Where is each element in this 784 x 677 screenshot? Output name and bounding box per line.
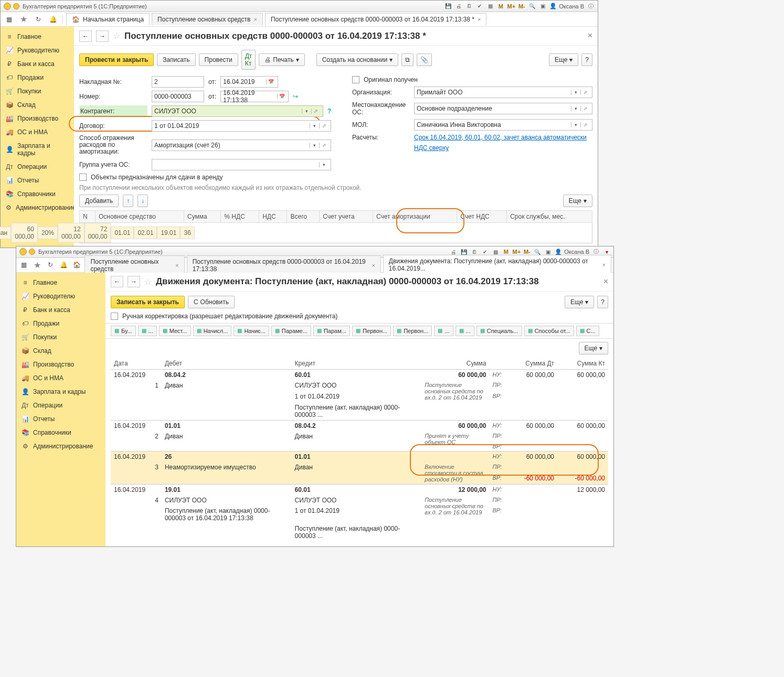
back-button[interactable]: ←: [111, 276, 123, 287]
more-button[interactable]: Еще ▾: [549, 53, 578, 66]
dropdown-icon[interactable]: [29, 249, 35, 255]
subtab[interactable]: ▦Специаль...: [476, 326, 522, 336]
inp-date2[interactable]: 16.04.2019 17:13:38📅: [220, 91, 289, 102]
close-icon[interactable]: ×: [253, 16, 257, 23]
nav-main[interactable]: ≡Главное: [16, 276, 105, 289]
inp-amort[interactable]: Амортизация (счет 26)▾⬀: [152, 139, 331, 151]
open-icon[interactable]: ⬀: [319, 143, 329, 148]
more-table-button[interactable]: Еще ▾: [563, 195, 592, 207]
tab-2[interactable]: Поступление основных средств 0000-000003…: [187, 255, 381, 275]
print-button[interactable]: 🖨 Печать ▾: [259, 53, 304, 66]
info-icon[interactable]: ⓘ: [587, 3, 595, 10]
close-icon[interactable]: ×: [175, 262, 178, 268]
zoom-icon[interactable]: 🔍: [534, 248, 541, 255]
subtab[interactable]: ▦...: [455, 326, 474, 336]
close-doc-icon[interactable]: ×: [603, 277, 608, 286]
open-icon[interactable]: ⬀: [580, 90, 590, 95]
subtab[interactable]: ▦Способы от...: [524, 326, 574, 336]
more-button[interactable]: Еще ▾: [565, 296, 594, 308]
subtab[interactable]: ▦Начис...: [234, 326, 269, 336]
calendar-icon[interactable]: 📅: [266, 79, 276, 84]
calendar-icon[interactable]: ▦: [486, 3, 494, 10]
inp-org[interactable]: Примлайт ООО▾⬀: [414, 87, 592, 98]
nav-ops[interactable]: ДтОперации: [16, 399, 105, 412]
subtab[interactable]: ▦Парам...: [313, 326, 350, 336]
help-button[interactable]: ?: [597, 296, 608, 308]
inp-date1[interactable]: 16.04.2019📅: [220, 76, 278, 88]
subtab[interactable]: ▦Начисл...: [193, 326, 232, 336]
nav-refs[interactable]: 📚Справочники: [16, 426, 105, 439]
mplus-icon[interactable]: M+: [513, 248, 520, 255]
nav-main[interactable]: ≡Главное: [1, 30, 74, 44]
inp-group[interactable]: ▾: [152, 159, 331, 170]
check-icon[interactable]: ✔: [481, 248, 489, 255]
nav-reports[interactable]: 📊Отчеты: [1, 174, 74, 187]
tab-1[interactable]: Поступление основных средств×: [84, 255, 184, 275]
mov-row[interactable]: 16.04.201908.04.260.0160 000,00НУ:60 000…: [111, 369, 608, 380]
tab-1[interactable]: Поступление основных средств×: [152, 13, 263, 25]
nav-purchases[interactable]: 🛒Покупки: [1, 84, 74, 98]
nav-os[interactable]: 🚚ОС и НМА: [16, 371, 105, 385]
subtab[interactable]: ▦Параме...: [271, 326, 311, 336]
m-icon[interactable]: M: [497, 3, 504, 10]
subtab[interactable]: ▦Первон...: [352, 326, 391, 336]
new-icon[interactable]: ↪: [293, 93, 298, 100]
create-based-button[interactable]: Создать на основании ▾: [316, 53, 399, 66]
mov-row[interactable]: 16.04.201919.0160.0112 000,00НУ:12 000,0…: [111, 484, 608, 495]
subtab[interactable]: ▦Первон...: [393, 326, 432, 336]
nav-stock[interactable]: 📦Склад: [1, 98, 74, 112]
grid-icon[interactable]: ▣: [544, 248, 552, 255]
nav-bank[interactable]: ₽Банк и касса: [1, 57, 74, 71]
mov-row[interactable]: 16.04.201901.0108.04.260 000,00НУ:60 000…: [111, 420, 608, 431]
hint-icon[interactable]: ?: [327, 108, 331, 115]
down-button[interactable]: ↓: [137, 195, 148, 207]
user-label[interactable]: 👤 Оксана В: [549, 3, 584, 9]
chk-orig[interactable]: [352, 76, 359, 83]
history-icon[interactable]: ↻: [45, 259, 56, 271]
chk-manual[interactable]: [111, 313, 118, 320]
inp-loc[interactable]: Основное подразделение▾⬀: [414, 103, 592, 114]
help-button[interactable]: ?: [581, 53, 592, 66]
add-button[interactable]: Добавить: [79, 195, 119, 207]
more-grid-button[interactable]: Еще ▾: [579, 342, 608, 354]
save-close-button[interactable]: Записать и закрыть: [111, 296, 185, 308]
dropdown-icon[interactable]: ▾: [571, 106, 580, 111]
attach-button[interactable]: 📎: [417, 53, 432, 66]
dropdown-icon[interactable]: ▾: [571, 90, 580, 95]
dropdown-icon[interactable]: [13, 3, 19, 9]
open-icon[interactable]: ⬀: [580, 106, 590, 111]
apps-icon[interactable]: ▦: [3, 13, 15, 26]
open-icon[interactable]: ⬀: [319, 123, 329, 128]
dropdown-icon[interactable]: ▾: [571, 122, 580, 127]
inp-nakl[interactable]: 2: [152, 76, 204, 88]
subtab[interactable]: ▦...: [434, 326, 453, 336]
zoom-icon[interactable]: 🔍: [528, 3, 536, 10]
nav-admin[interactable]: ⚙Администрирование: [16, 439, 105, 453]
back-button[interactable]: ←: [79, 30, 92, 42]
link-calc[interactable]: Срок 16.04.2019, 60.01, 60.02, зачет ава…: [414, 134, 587, 141]
inp-num[interactable]: 0000-000003: [152, 91, 204, 102]
inp-dog[interactable]: 1 от 01.04.2019▾⬀: [152, 120, 331, 132]
history-icon[interactable]: ↻: [32, 13, 45, 26]
forward-button[interactable]: →: [128, 276, 140, 287]
close-icon[interactable]: ×: [478, 16, 481, 23]
mov-row[interactable]: 16.04.20192601.01НУ:60 000,0060 000,00: [111, 451, 608, 462]
nav-manager[interactable]: 📈Руководителю: [16, 289, 105, 303]
post-button[interactable]: Провести: [199, 53, 238, 66]
nav-production[interactable]: 🏭Производство: [1, 112, 74, 125]
dropdown-icon[interactable]: ▾: [302, 109, 311, 114]
dropdown-icon[interactable]: ▾: [310, 123, 319, 128]
up-button[interactable]: ↑: [123, 195, 133, 207]
check-icon[interactable]: ✔: [476, 3, 483, 10]
favorites-icon[interactable]: ★: [31, 259, 43, 271]
mplus-icon[interactable]: M+: [507, 3, 515, 10]
link-vat[interactable]: НДС сверху: [414, 144, 449, 152]
open-icon[interactable]: ⬀: [311, 109, 321, 114]
chk-rent[interactable]: [79, 174, 87, 181]
nav-refs[interactable]: 📚Справочники: [1, 187, 74, 201]
nav-os[interactable]: 🚚ОС и НМА: [1, 125, 74, 139]
star-icon[interactable]: ☆: [113, 31, 120, 41]
dropdown-icon[interactable]: ▾: [310, 143, 319, 148]
mminus-icon[interactable]: M-: [523, 248, 531, 255]
calendar-icon[interactable]: 📅: [277, 94, 286, 99]
